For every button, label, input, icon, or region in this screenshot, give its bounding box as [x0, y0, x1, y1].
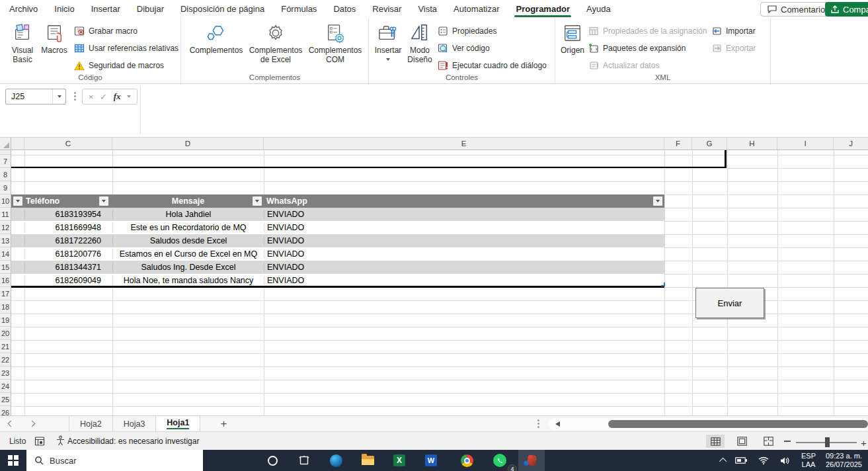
zoom-slider-thumb[interactable]	[825, 437, 830, 447]
grabar-macro-button[interactable]: Grabar macro	[74, 22, 178, 40]
table-row[interactable]: 6182609049 Hola Noe, te manda saludos Na…	[11, 274, 664, 287]
name-box[interactable]: J25	[5, 89, 66, 105]
edge-button[interactable]	[323, 450, 349, 471]
cell-whatsapp[interactable]: ENVIADO	[264, 236, 664, 245]
cell-whatsapp[interactable]: ENVIADO	[264, 276, 664, 285]
propiedades-button[interactable]: Propiedades	[438, 22, 547, 40]
row-header[interactable]: 14	[0, 247, 11, 261]
menu-ayuda[interactable]: Ayuda	[586, 0, 611, 18]
insert-function-button[interactable]: fx	[114, 91, 121, 102]
origen-button[interactable]: Origen	[558, 22, 587, 56]
sheet-tab-hoja1-active[interactable]: Hoja1	[156, 416, 200, 431]
menu-inicio[interactable]: Inicio	[54, 0, 74, 18]
row-header[interactable]: 21	[0, 340, 11, 353]
filter-button-mensaje[interactable]	[253, 196, 262, 206]
horizontal-scrollbar-thumb[interactable]	[608, 420, 868, 428]
zoom-out-button[interactable]	[784, 441, 791, 442]
menu-revisar[interactable]: Revisar	[372, 0, 401, 18]
cell-mensaje[interactable]: Este es un Recordatorio de MQ	[112, 223, 264, 232]
column-header-f[interactable]: F	[664, 138, 692, 150]
seguridad-macros-button[interactable]: Seguridad de macros	[74, 57, 178, 74]
cortana-button[interactable]	[259, 450, 286, 471]
row-header[interactable]: 7	[0, 155, 11, 168]
zoom-in-button[interactable]: +	[861, 437, 867, 449]
cell-b[interactable]	[11, 274, 24, 287]
complementos-com-button[interactable]: Complementos COM	[305, 22, 365, 65]
task-view-button[interactable]	[291, 450, 317, 471]
row-header[interactable]: 20	[0, 327, 11, 340]
table-row[interactable]: 6183193954 Hola Jahdiel ENVIADO	[11, 208, 664, 221]
whatsapp-button[interactable]: 4	[487, 450, 513, 471]
taskbar-search-box[interactable]	[26, 450, 203, 471]
row-header[interactable]: 23	[0, 366, 11, 380]
fx-dropdown-icon[interactable]	[127, 95, 131, 98]
row-header[interactable]: 18	[0, 300, 11, 314]
column-header-h[interactable]: H	[727, 138, 777, 150]
filter-button-telefono[interactable]	[99, 196, 108, 206]
column-header-g[interactable]: G	[692, 138, 727, 150]
row-header[interactable]: 24	[0, 380, 11, 393]
column-header-j[interactable]: J	[834, 138, 868, 150]
ejecutar-dialogo-button[interactable]: Ejecutar cuadro de diálogo	[438, 57, 547, 74]
cell-telefono[interactable]: 6182609049	[24, 276, 112, 285]
cell-whatsapp[interactable]: ENVIADO	[264, 263, 664, 272]
menu-formulas[interactable]: Fórmulas	[281, 0, 317, 18]
table-row[interactable]: 6181344371 Saludos Ing. Desde Excel ENVI…	[11, 261, 664, 274]
cell-mensaje[interactable]: Saludos desde Excel	[112, 236, 264, 245]
cell-b[interactable]	[11, 247, 24, 261]
sheet-nav-left-button[interactable]	[0, 416, 21, 431]
formula-bar-resize-handle[interactable]	[74, 92, 76, 94]
cell-b[interactable]	[11, 221, 24, 234]
cancel-entry-icon[interactable]: ×	[89, 92, 94, 102]
select-all-corner[interactable]	[0, 138, 11, 150]
sheet-tab-hoja3[interactable]: Hoja3	[113, 416, 157, 431]
cell-b[interactable]	[11, 208, 24, 221]
tray-show-hidden-button[interactable]	[715, 450, 732, 471]
table-row[interactable]: 6181669948 Este es un Recordatorio de MQ…	[11, 221, 664, 234]
filter-button-whatsapp[interactable]	[653, 196, 662, 206]
formula-input[interactable]	[143, 87, 865, 105]
referencias-relativas-button[interactable]: Usar referencias relativas	[74, 40, 178, 57]
cell-mensaje[interactable]: Hola Jahdiel	[112, 210, 264, 219]
row-header[interactable]: 13	[0, 234, 11, 247]
row-header[interactable]: 9	[0, 181, 11, 194]
column-header-e[interactable]: E	[264, 138, 664, 150]
start-button[interactable]	[0, 450, 26, 471]
language-indicator[interactable]: ESP LAA	[797, 452, 820, 469]
cell-telefono[interactable]: 6183193954	[24, 210, 112, 219]
horizontal-scrollbar[interactable]	[549, 418, 868, 430]
menu-vista[interactable]: Vista	[418, 0, 437, 18]
insertar-control-button[interactable]: Insertar	[372, 22, 405, 61]
cell-telefono[interactable]: 6181200776	[24, 249, 112, 259]
cell-whatsapp[interactable]: ENVIADO	[264, 249, 664, 259]
cell-b[interactable]	[11, 261, 24, 274]
visual-basic-button[interactable]: Visual Basic	[7, 22, 38, 65]
normal-view-button[interactable]	[706, 435, 725, 448]
row-header[interactable]: 10	[0, 194, 11, 208]
share-button[interactable]: Compartir	[825, 2, 868, 17]
macros-button[interactable]: Macros	[38, 22, 70, 56]
row-header[interactable]: 17	[0, 287, 11, 300]
column-header-d[interactable]: D	[112, 138, 264, 150]
complementos-excel-button[interactable]: Complementos de Excel	[246, 22, 305, 65]
row-header[interactable]: 19	[0, 314, 11, 327]
row-header[interactable]: 22	[0, 353, 11, 366]
importar-button[interactable]: Importar	[711, 22, 756, 40]
enviar-button[interactable]: Enviar	[695, 288, 764, 318]
cell-telefono[interactable]: 6181722260	[24, 236, 112, 245]
modo-diseno-button[interactable]: Modo Diseño	[405, 22, 435, 65]
cell-mensaje[interactable]: Estamos en el Curso de Excel en MQ	[112, 249, 264, 259]
menu-programador[interactable]: Programador	[516, 0, 570, 18]
page-break-view-button[interactable]	[759, 435, 777, 448]
volume-button[interactable]	[775, 450, 795, 471]
row-header[interactable]: 8	[0, 168, 11, 181]
row-header[interactable]: 15	[0, 261, 11, 274]
chrome-button[interactable]	[454, 450, 480, 471]
new-sheet-button[interactable]: +	[220, 416, 227, 431]
accessibility-status[interactable]: Accesibilidad: es necesario investigar	[67, 437, 199, 446]
cell-whatsapp[interactable]: ENVIADO	[264, 210, 664, 219]
active-app-button[interactable]	[518, 450, 545, 471]
complementos-button[interactable]: Complementos	[186, 22, 246, 56]
menu-insertar[interactable]: Insertar	[91, 0, 120, 18]
page-layout-view-button[interactable]	[732, 435, 751, 448]
